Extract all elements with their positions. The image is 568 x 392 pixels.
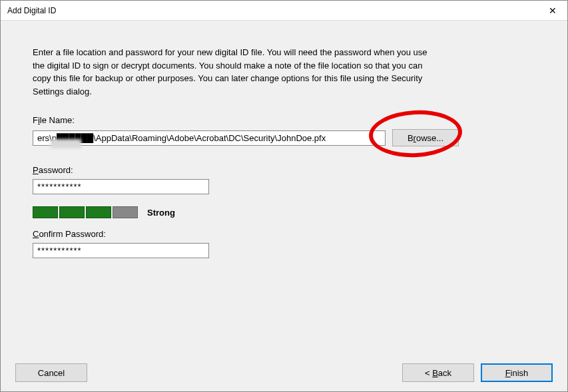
back-button[interactable]: < Back	[402, 363, 474, 382]
password-label: Password:	[33, 165, 547, 175]
strength-segment	[59, 206, 85, 218]
footer-left: Cancel	[15, 363, 87, 382]
dialog-footer: Cancel < Back Finish	[1, 354, 567, 391]
close-button[interactable]: ✕	[537, 1, 567, 21]
confirm-password-input[interactable]	[33, 243, 209, 258]
browse-button[interactable]: Browse...	[392, 129, 459, 146]
confirm-label: Confirm Password:	[33, 229, 547, 239]
strength-segment	[86, 206, 111, 218]
instructions-text: Enter a file location and password for y…	[33, 46, 439, 98]
footer-right: < Back Finish	[402, 363, 553, 382]
filename-group: File Name: Browse...	[33, 115, 547, 146]
dialog-window: Add Digital ID ✕ Enter a file location a…	[0, 0, 568, 392]
filename-input[interactable]	[33, 130, 386, 146]
dialog-content: Enter a file location and password for y…	[1, 21, 567, 391]
strength-segment	[113, 206, 138, 218]
password-group: Password:	[33, 165, 547, 194]
cancel-button[interactable]: Cancel	[15, 363, 87, 382]
titlebar: Add Digital ID ✕	[1, 1, 567, 21]
strength-label: Strong	[147, 208, 175, 218]
finish-button[interactable]: Finish	[481, 363, 553, 382]
strength-meter	[33, 206, 138, 218]
confirm-group: Confirm Password:	[33, 229, 547, 258]
window-title: Add Digital ID	[7, 6, 56, 15]
close-icon: ✕	[549, 5, 557, 16]
strength-segment	[33, 206, 58, 218]
filename-label: File Name:	[33, 115, 547, 125]
password-strength-row: Strong	[33, 206, 547, 218]
password-input[interactable]	[33, 179, 209, 194]
filename-row: Browse...	[33, 129, 547, 146]
